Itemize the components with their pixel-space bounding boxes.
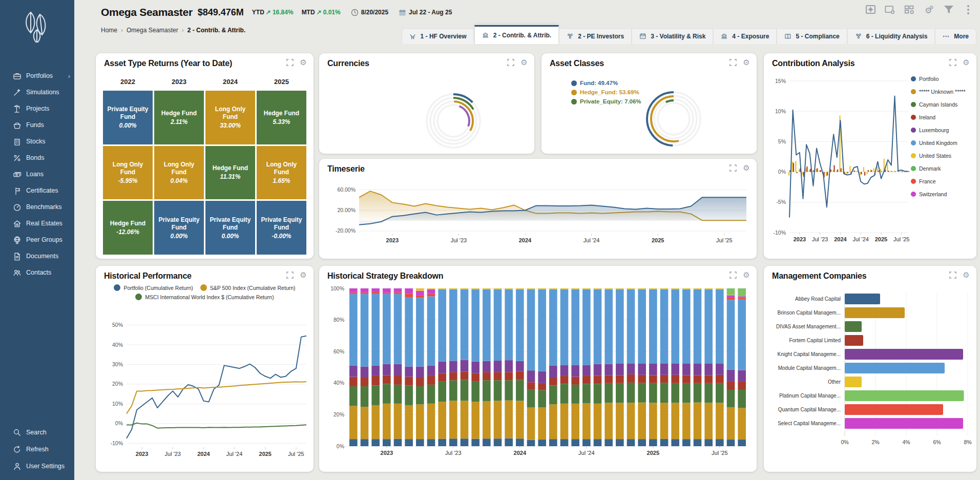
sidebar-item-funds[interactable]: Funds bbox=[0, 118, 74, 132]
sidebar-item-bonds[interactable]: Bonds bbox=[0, 151, 74, 165]
expand-icon[interactable] bbox=[729, 271, 737, 279]
cell-label: Private Equity Fund bbox=[207, 216, 253, 232]
svg-text:2025: 2025 bbox=[652, 237, 664, 243]
heatmap-cell-hedge-fund[interactable]: Hedge Fund5.33% bbox=[257, 91, 306, 144]
gear-icon[interactable]: ⚙ bbox=[299, 58, 307, 67]
sidebar-item-user-settings[interactable]: User Settings bbox=[0, 459, 74, 473]
gear-icon[interactable]: ⚙ bbox=[742, 164, 750, 172]
settings-gears-icon[interactable]: ⚙⚙ bbox=[924, 4, 935, 15]
heatmap-cell-hedge-fund[interactable]: Hedge Fund-12.06% bbox=[103, 201, 153, 255]
tab-2-contrib-attrib[interactable]: 2 - Contrib. & Attrib. bbox=[474, 25, 559, 44]
legend-item-france[interactable]: France bbox=[911, 178, 972, 184]
tab-4-exposure[interactable]: 4 - Exposure bbox=[713, 28, 777, 44]
breadcrumb-item[interactable]: 2 - Contrib. & Attrib. bbox=[187, 27, 246, 34]
filter-icon[interactable] bbox=[943, 4, 954, 15]
heatmap-cell-private-equity-fund[interactable]: Private Equity Fund-0.00% bbox=[257, 201, 306, 255]
sidebar-item-peer-groups[interactable]: Peer Groups bbox=[0, 233, 74, 247]
heatmap-cell-private-equity-fund[interactable]: Private Equity Fund0.00% bbox=[103, 91, 153, 144]
heatmap-cell-private-equity-fund[interactable]: Private Equity Fund0.00% bbox=[205, 201, 255, 255]
legend-item-s-p-500-index-cumulative-return[interactable]: S&P 500 Index (Cumulative Return) bbox=[200, 284, 296, 291]
heatmap-cell-hedge-fund[interactable]: Hedge Fund2.11% bbox=[154, 91, 204, 144]
date-range[interactable]: Jul 22 - Aug 25 bbox=[399, 9, 452, 16]
gear-icon[interactable]: ⚙ bbox=[962, 58, 970, 67]
svg-text:Jul '25: Jul '25 bbox=[716, 237, 732, 243]
breadcrumb-item[interactable]: Omega Seamaster bbox=[127, 27, 178, 34]
legend-item-portfolio-cumulative-return[interactable]: Portfolio (Cumulative Return) bbox=[114, 284, 193, 291]
sidebar-item-search[interactable]: Search bbox=[0, 425, 74, 440]
legend-item-united-kingdom[interactable]: United Kingdom bbox=[911, 140, 972, 146]
contribution-legend: Portfolio***** Unknown *****Cayman Islan… bbox=[911, 76, 972, 197]
legend-label: Ireland bbox=[919, 114, 935, 120]
legend-item-luxembourg[interactable]: Luxembourg bbox=[911, 127, 972, 133]
sidebar-item-real-estates[interactable]: Real Estates bbox=[0, 216, 74, 231]
sidebar-item-benchmarks[interactable]: Benchmarks bbox=[0, 200, 74, 214]
svg-text:Jul '24: Jul '24 bbox=[578, 450, 594, 456]
legend-item-cayman-islands[interactable]: Cayman Islands bbox=[911, 101, 972, 108]
sidebar-item-certificates[interactable]: Certificates bbox=[0, 183, 74, 198]
tab-5-compliance[interactable]: 5 - Compliance bbox=[777, 28, 847, 44]
expand-icon[interactable] bbox=[286, 271, 294, 279]
legend-item-unknown[interactable]: ***** Unknown ***** bbox=[911, 89, 972, 95]
sidebar-item-stocks[interactable]: Stocks bbox=[0, 134, 74, 149]
sidebar-item-projects[interactable]: Projects bbox=[0, 101, 74, 116]
cell-value: -5.95% bbox=[118, 177, 137, 184]
as-of-date[interactable]: 8/20/2025 bbox=[351, 9, 388, 16]
tab-more[interactable]: More bbox=[935, 28, 976, 44]
legend-item-united-states[interactable]: United States bbox=[911, 153, 972, 159]
breadcrumb-item[interactable]: Home bbox=[101, 27, 117, 34]
percent-icon bbox=[12, 153, 22, 162]
sidebar-item-portfolios[interactable]: Portfolios› bbox=[0, 69, 74, 83]
gear-icon[interactable]: ⚙ bbox=[742, 58, 750, 67]
svg-text:Jul '25: Jul '25 bbox=[288, 451, 304, 457]
tab-1-hf-overview[interactable]: 1 - HF Overview bbox=[402, 28, 474, 44]
tab-6-liquidity-analysis[interactable]: 6 - Liquidity Analysis bbox=[847, 28, 935, 44]
expand-icon[interactable] bbox=[729, 164, 737, 172]
heatmap-cell-long-only-fund[interactable]: Long Only Fund-5.95% bbox=[103, 146, 153, 200]
gear-icon[interactable]: ⚙ bbox=[742, 271, 750, 279]
svg-text:10%: 10% bbox=[112, 401, 123, 407]
sidebar-item-label: Funds bbox=[26, 121, 44, 129]
expand-icon[interactable] bbox=[286, 58, 294, 67]
panel-title: Asset Type Returns (Year to Date) bbox=[104, 59, 232, 68]
dashboard-settings-icon[interactable] bbox=[865, 4, 877, 15]
svg-text:-20.00%: -20.00% bbox=[336, 227, 356, 234]
svg-text:2024: 2024 bbox=[519, 237, 532, 243]
svg-text:30%: 30% bbox=[112, 361, 123, 367]
legend-item-portfolio[interactable]: Portfolio bbox=[911, 76, 972, 82]
sidebar-item-contacts[interactable]: Contacts bbox=[0, 265, 74, 280]
kebab-menu-icon[interactable] bbox=[963, 4, 974, 15]
tab-2-pe-investors[interactable]: 2 - PE Investors bbox=[559, 28, 632, 44]
gear-icon[interactable]: ⚙ bbox=[962, 271, 970, 279]
expand-icon[interactable] bbox=[949, 58, 957, 67]
legend-item-ireland[interactable]: Ireland bbox=[911, 114, 972, 120]
expand-icon[interactable] bbox=[729, 58, 737, 67]
mtd-kpi: MTD ↗ 0.01% bbox=[302, 9, 341, 16]
sidebar-item-documents[interactable]: Documents bbox=[0, 249, 74, 263]
tab-3-volatility-risk[interactable]: 3 - Volatility & Risk bbox=[632, 28, 713, 44]
header: Omega Seamaster $849.476M YTD ↗ 16.84% M… bbox=[101, 4, 452, 20]
heatmap-cell-hedge-fund[interactable]: Hedge Fund11.31% bbox=[205, 146, 255, 200]
gear-icon[interactable]: ⚙ bbox=[299, 271, 307, 279]
heatmap-cell-long-only-fund[interactable]: Long Only Fund0.04% bbox=[154, 146, 204, 200]
sidebar-item-loans[interactable]: Loans bbox=[0, 167, 74, 181]
heatmap-cell-private-equity-fund[interactable]: Private Equity Fund0.00% bbox=[154, 201, 204, 255]
gear-icon[interactable]: ⚙ bbox=[520, 58, 528, 67]
heatmap-cell-long-only-fund[interactable]: Long Only Fund33.00% bbox=[205, 91, 255, 144]
sidebar-item-label: Bonds bbox=[26, 154, 44, 161]
sidebar-item-simulations[interactable]: Simulations bbox=[0, 85, 74, 99]
sidebar-item-refresh[interactable]: Refresh bbox=[0, 442, 74, 456]
svg-text:15%: 15% bbox=[775, 78, 786, 84]
ellipsis-icon bbox=[943, 33, 950, 40]
add-widget-icon[interactable] bbox=[904, 4, 915, 15]
svg-text:40%: 40% bbox=[333, 380, 344, 386]
add-panel-icon[interactable] bbox=[885, 4, 896, 15]
legend-item-denmark[interactable]: Denmark bbox=[911, 165, 972, 172]
legend-item-msci-international-world-index-cumulative-return[interactable]: MSCI International World Index $ (Cumula… bbox=[135, 294, 274, 300]
cell-label: Long Only Fund bbox=[105, 161, 151, 176]
legend-item-switzerland[interactable]: Switzerland bbox=[911, 191, 972, 197]
heatmap-cell-long-only-fund[interactable]: Long Only Fund1.65% bbox=[257, 146, 306, 200]
historical-performance-legend: Portfolio (Cumulative Return)S&P 500 Ind… bbox=[101, 284, 308, 300]
svg-text:0%: 0% bbox=[337, 443, 344, 449]
expand-icon[interactable] bbox=[507, 58, 515, 67]
expand-icon[interactable] bbox=[949, 271, 957, 279]
